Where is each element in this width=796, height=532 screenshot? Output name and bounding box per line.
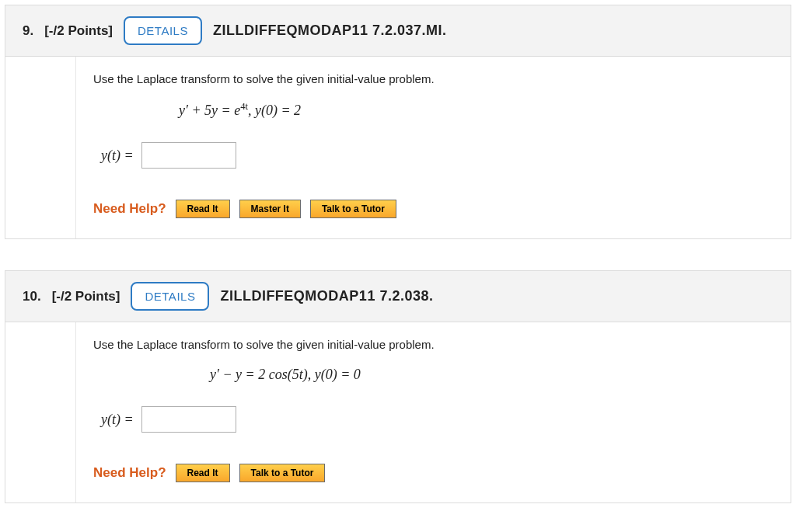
eq-rhs: , y(0) = 2 xyxy=(248,103,301,118)
talk-tutor-button[interactable]: Talk to a Tutor xyxy=(239,464,326,482)
eq-lhs: y′ + 5y = e xyxy=(179,103,240,118)
question-header: 9. [-/2 Points] DETAILS ZILLDIFFEQMODAP1… xyxy=(5,5,791,57)
yt-label: y(t) = xyxy=(93,412,134,428)
question-prompt: Use the Laplace transform to solve the g… xyxy=(93,338,773,351)
read-it-button[interactable]: Read It xyxy=(176,464,230,482)
answer-input[interactable] xyxy=(141,142,236,169)
need-help-label: Need Help? xyxy=(93,465,166,481)
details-button[interactable]: DETAILS xyxy=(124,16,202,45)
points-label: [-/2 Points] xyxy=(44,23,113,39)
question-equation: y′ − y = 2 cos(5t), y(0) = 0 xyxy=(93,367,773,383)
talk-tutor-button[interactable]: Talk to a Tutor xyxy=(310,200,396,218)
question-number: 10. xyxy=(23,289,41,304)
details-button[interactable]: DETAILS xyxy=(131,282,209,311)
question-number: 9. xyxy=(23,23,33,39)
question-body: Use the Laplace transform to solve the g… xyxy=(75,57,791,238)
question-prompt: Use the Laplace transform to solve the g… xyxy=(93,72,773,85)
need-help-label: Need Help? xyxy=(93,201,166,217)
help-row: Need Help? Read It Talk to a Tutor xyxy=(93,464,773,482)
answer-input[interactable] xyxy=(141,406,236,433)
points-label: [-/2 Points] xyxy=(52,289,120,304)
answer-row: y(t) = xyxy=(93,406,773,433)
question-source: ZILLDIFFEQMODAP11 7.2.037.MI. xyxy=(213,23,447,39)
help-row: Need Help? Read It Master It Talk to a T… xyxy=(93,200,773,218)
read-it-button[interactable]: Read It xyxy=(176,200,230,218)
question-9: 9. [-/2 Points] DETAILS ZILLDIFFEQMODAP1… xyxy=(5,5,791,239)
eq-sup: 4t xyxy=(240,101,248,112)
eq-full: y′ − y = 2 cos(5t), y(0) = 0 xyxy=(210,367,361,382)
yt-label: y(t) = xyxy=(93,148,134,164)
question-header: 10. [-/2 Points] DETAILS ZILLDIFFEQMODAP… xyxy=(5,271,791,322)
question-body: Use the Laplace transform to solve the g… xyxy=(75,322,791,502)
answer-row: y(t) = xyxy=(93,142,773,169)
question-10: 10. [-/2 Points] DETAILS ZILLDIFFEQMODAP… xyxy=(5,270,791,503)
master-it-button[interactable]: Master It xyxy=(239,200,301,218)
question-equation: y′ + 5y = e4t, y(0) = 2 xyxy=(93,101,773,119)
question-source: ZILLDIFFEQMODAP11 7.2.038. xyxy=(220,288,433,304)
